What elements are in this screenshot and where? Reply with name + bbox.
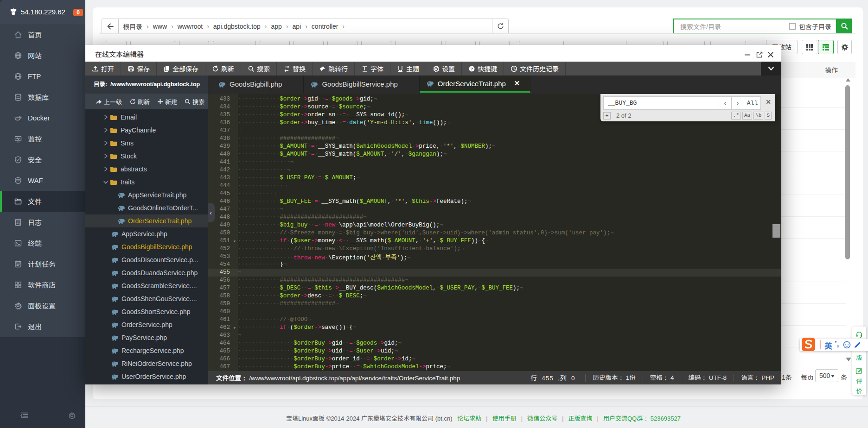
svg-text:?: ?: [471, 66, 473, 71]
